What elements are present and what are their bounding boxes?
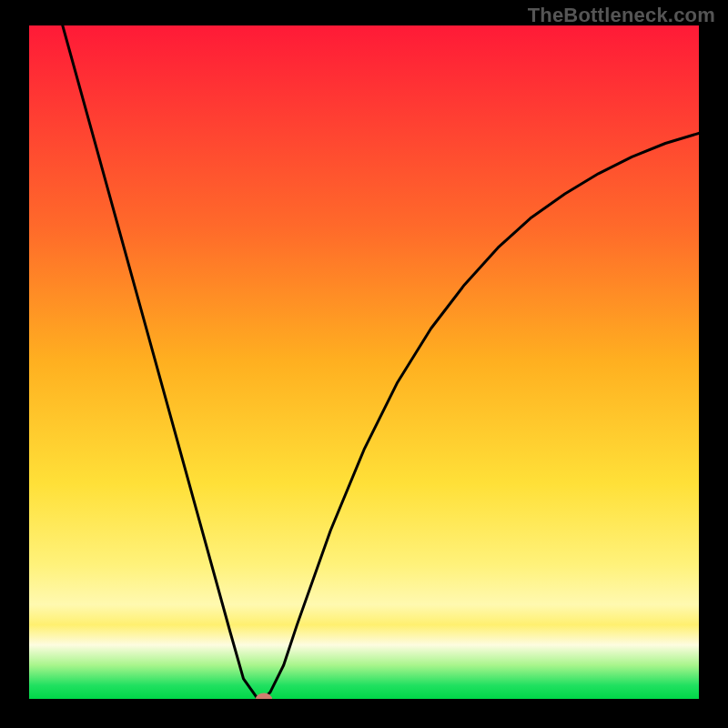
bottleneck-curve-path <box>63 25 699 699</box>
optimum-marker <box>256 693 272 700</box>
watermark-text: TheBottleneck.com <box>528 4 715 27</box>
chart-frame: TheBottleneck.com <box>0 0 728 728</box>
plot-area <box>29 25 699 699</box>
curve-layer <box>29 25 699 699</box>
